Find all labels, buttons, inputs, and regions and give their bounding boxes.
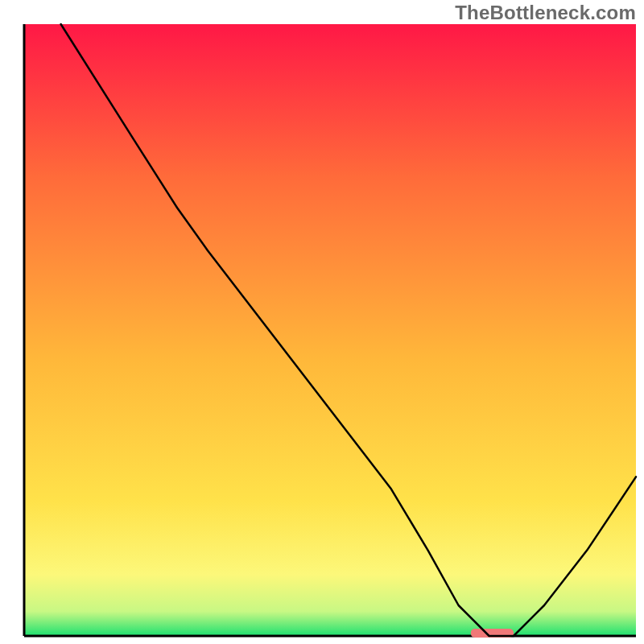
plot-background bbox=[24, 24, 636, 636]
chart-svg bbox=[0, 0, 644, 644]
bottleneck-chart: TheBottleneck.com bbox=[0, 0, 644, 644]
